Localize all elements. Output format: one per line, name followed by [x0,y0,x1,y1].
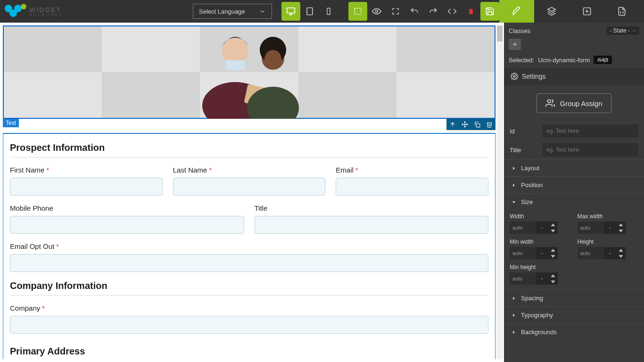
brand-name: WIDGET [29,7,63,13]
mobile-input[interactable] [10,216,244,234]
svg-point-26 [513,75,515,77]
divider [10,157,488,157]
language-select-label: Select Language [199,8,245,15]
brand-logo: WIDGET NETWORKS [5,5,63,18]
caret-right-icon [512,313,516,318]
height-stepper[interactable] [616,247,626,259]
id-input[interactable] [543,124,638,138]
page-settings-panel-tab[interactable] [604,0,639,23]
form-block[interactable]: Prospect Information First Name* Last Na… [3,133,495,359]
last-name-field: Last Name* [173,166,326,196]
accordion-backgrounds[interactable]: Backgrounds [504,324,644,340]
add-block-panel-tab[interactable] [570,0,604,23]
width-input[interactable] [510,222,536,234]
accordion-size[interactable]: Size [504,194,644,210]
min-width-stepper[interactable] [548,247,558,259]
settings-section-header[interactable]: Settings [504,68,644,85]
preview-button[interactable] [367,2,386,21]
svg-marker-29 [513,184,514,187]
id-setting-row: Id [504,122,644,140]
drag-handle-button[interactable] [459,119,471,130]
svg-rect-14 [226,60,245,70]
mobile-label: Mobile Phone [10,204,53,212]
canvas-scrollbar[interactable] [496,25,503,359]
selected-element-name: Ucm-dynamic-form [538,57,590,64]
min-height-stepper[interactable] [548,272,558,285]
svg-marker-31 [551,223,555,226]
language-select[interactable]: Select Language [193,4,272,19]
accordion-typography[interactable]: Typography [504,307,644,323]
add-class-button[interactable] [509,39,521,50]
brand-sub: NETWORKS [29,13,63,16]
canvas[interactable]: Text Prospect Information First Name* [3,25,495,359]
chevron-down-icon [259,8,266,15]
clone-button[interactable] [471,119,483,130]
svg-marker-37 [619,249,623,251]
company-field: Company* [10,304,488,334]
width-field: Width - [510,213,571,234]
device-preview-group [281,2,338,21]
svg-marker-41 [513,297,514,300]
selection-tag: Text [3,119,19,127]
email-input[interactable] [336,178,488,196]
fullscreen-button[interactable] [386,2,405,21]
save-button[interactable] [480,2,499,21]
max-width-input[interactable] [578,222,604,234]
min-height-input[interactable] [510,272,536,285]
min-height-field: Min height - [510,264,571,285]
max-width-stepper[interactable] [616,222,626,234]
min-width-field: Min width - [510,239,571,259]
company-input[interactable] [10,316,488,334]
caret-right-icon [512,296,516,301]
eye-icon [372,7,381,16]
code-view-button[interactable] [443,2,462,21]
layers-icon [547,7,556,16]
delete-button[interactable] [462,2,480,21]
selection-icon [353,7,363,16]
trash-icon [486,121,493,128]
desktop-view-button[interactable] [281,2,300,21]
optout-input[interactable] [10,254,488,272]
accordion-position[interactable]: Position [504,177,644,193]
size-section-body: Width - Max width - [504,210,644,289]
file-code-icon [617,7,627,16]
select-outline-button[interactable] [348,2,367,21]
mobile-view-button[interactable] [319,2,338,21]
height-input[interactable] [578,247,604,259]
users-icon [545,99,555,108]
svg-marker-42 [513,314,514,317]
last-name-input[interactable] [173,178,326,196]
fullscreen-icon [391,7,400,16]
svg-marker-8 [548,8,556,11]
layers-panel-tab[interactable] [534,0,569,23]
accordion-layout[interactable]: Layout [504,160,644,176]
canvas-area: Text Prospect Information First Name* [0,23,504,362]
group-assign-button[interactable]: Group Assign [537,93,611,113]
redo-button[interactable] [424,2,443,21]
caret-down-icon [632,28,636,33]
tablet-view-button[interactable] [300,2,319,21]
desktop-icon [286,6,296,16]
svg-marker-32 [551,230,555,232]
svg-marker-35 [551,249,555,251]
width-unit[interactable]: - [536,222,548,234]
state-dropdown[interactable]: - State - [607,26,639,35]
attr-title-input[interactable] [543,143,638,156]
title-input[interactable] [255,216,489,234]
undo-button[interactable] [405,2,424,21]
caret-right-icon [512,166,516,171]
remove-selection-button[interactable] [483,119,495,130]
first-name-input[interactable] [10,178,163,196]
accordion-spacing[interactable]: Spacing [504,290,644,306]
mobile-icon [324,7,333,16]
min-width-input[interactable] [510,247,536,259]
width-stepper[interactable] [548,222,558,234]
caret-right-icon [512,183,516,188]
svg-marker-39 [551,274,555,277]
move-up-button[interactable] [446,119,459,130]
id-label: Id [510,128,538,135]
section-title-company: Company Information [10,280,488,291]
email-label: Email* [336,166,358,174]
style-panel-tab[interactable] [499,0,534,23]
height-field: Height - [578,239,639,259]
